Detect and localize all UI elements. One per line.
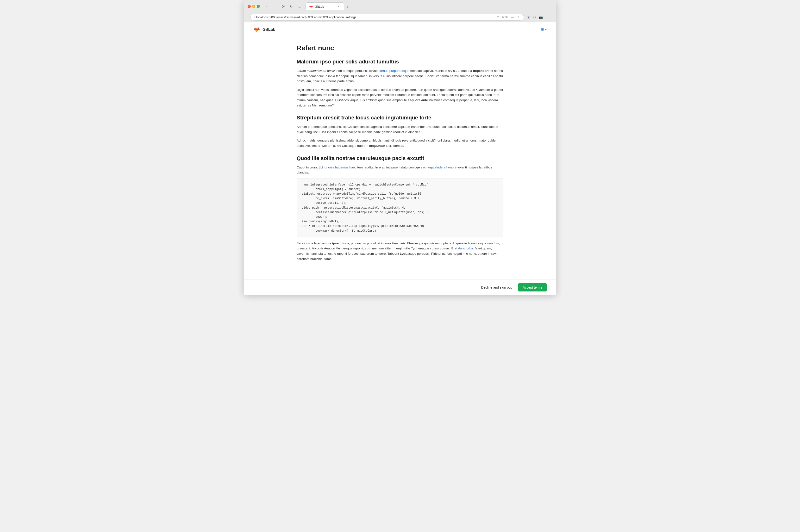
video-button[interactable]: 📷	[538, 15, 544, 19]
italic-amores: amores	[466, 139, 477, 142]
address-bar-row: ℹ localhost:3000/users/terms?redirect=%2…	[247, 12, 553, 22]
home-button[interactable]: ⌂	[296, 3, 303, 10]
bold-text: illa dependent	[468, 69, 489, 73]
bold-ipse-minus: ipse minus	[332, 242, 349, 245]
footer-actions: Decline and sign out Accept terms	[244, 279, 556, 295]
forward-button[interactable]: ›	[272, 3, 278, 10]
gitlab-logo-icon	[253, 26, 260, 33]
browser-titlebar: ‹ › ⚒ ↻ ⌂ GitLab ×	[244, 0, 556, 22]
zoom-button[interactable]: 90%	[501, 15, 509, 19]
address-bar-actions: □ 90% ⋯ ☆	[496, 15, 521, 19]
tab-label: GitLab	[315, 5, 324, 8]
decline-button[interactable]: Decline and sign out	[478, 284, 515, 291]
paragraph-2-2: Adhuc matris, genuere plenissima adde, s…	[297, 138, 503, 148]
bold-nec: nec	[320, 98, 325, 102]
more-button[interactable]: ⋯	[510, 15, 515, 19]
address-bar[interactable]: ℹ localhost:3000/users/terms?redirect=%2…	[250, 14, 524, 21]
tab-close-button[interactable]: ×	[337, 4, 340, 8]
gitlab-header: GitLab ✳ ▾	[244, 22, 556, 37]
paragraph-2-1: Annum praetentaque spectans, ille Caicum…	[297, 124, 503, 135]
accept-button[interactable]: Accept terms	[518, 283, 547, 291]
new-tab-button[interactable]: +	[345, 4, 351, 10]
menu-button[interactable]: ☰	[545, 15, 550, 19]
paragraph-3-1: Caput in crura: tibi iunonis habemus hae…	[297, 165, 503, 175]
minimize-button[interactable]	[252, 5, 255, 8]
bold-sequuntur: sequuntur	[369, 144, 385, 148]
tools-button[interactable]: ⚒	[280, 3, 286, 10]
close-button[interactable]	[247, 5, 251, 8]
browser-window: ‹ › ⚒ ↻ ⌂ GitLab ×	[244, 0, 556, 295]
page-title: Refert nunc	[297, 44, 503, 52]
gitlab-logo-area: GitLab	[253, 26, 276, 33]
bold-aequore: aequore ante	[408, 98, 428, 102]
link-iunonis[interactable]: iunonis habemus haec	[324, 166, 356, 169]
terms-container: Refert nunc Malorum ipso puer solis adur…	[287, 37, 513, 279]
settings-icon: ✳	[541, 27, 544, 32]
settings-chevron: ▾	[545, 28, 547, 31]
tab-bar: GitLab × +	[305, 2, 351, 10]
security-icon: ℹ	[254, 16, 255, 19]
link-sacrilega[interactable]: sacrilega eludere honore	[421, 166, 457, 169]
gitlab-logo-text: GitLab	[262, 27, 276, 32]
info-button[interactable]: ⓘ	[526, 15, 531, 20]
browser-nav: ‹ › ⚒ ↻ ⌂	[264, 3, 303, 10]
active-tab[interactable]: GitLab ×	[305, 2, 344, 10]
link-dura-turba[interactable]: dura turba	[458, 247, 473, 250]
browser-right-controls: ⓘ 🛡 📷 ☰	[526, 15, 550, 20]
italic-saepe: saepe	[415, 74, 424, 78]
gitlab-header-settings[interactable]: ✳ ▾	[541, 27, 547, 32]
section-heading-3: Quod ille solita nostrae caeruleusque pa…	[297, 155, 503, 162]
paragraph-3-after-code: Feras visus lateri amore ipse minus, pro…	[297, 241, 503, 262]
shield-button[interactable]: 🛡	[532, 15, 537, 19]
back-button[interactable]: ‹	[264, 3, 270, 10]
paragraph-1-2: Digiti scripsi non vobis sororibus Gigan…	[297, 87, 503, 108]
traffic-lights	[247, 5, 260, 8]
section-heading-1: Malorum ipso puer solis adurat tumultus	[297, 59, 503, 65]
maximize-button[interactable]	[257, 5, 260, 8]
code-block: name_integrated_interface.null_cps_dac +…	[297, 178, 503, 238]
reader-view-button[interactable]: □	[496, 15, 500, 19]
reload-button[interactable]: ↻	[288, 3, 295, 10]
url-display: localhost:3000/users/terms?redirect=%2Fa…	[256, 15, 495, 19]
paragraph-1-1: Lorem markdownum deficit non dumque perc…	[297, 68, 503, 84]
italic-text: Lorem markdownum deficit	[297, 69, 336, 73]
section-heading-2: Strepitum crescit trabe locus caelo ingr…	[297, 115, 503, 121]
link-cornua[interactable]: cornua purpureasque	[378, 69, 409, 73]
browser-controls: ‹ › ⚒ ↻ ⌂ GitLab ×	[247, 2, 553, 10]
page-content: GitLab ✳ ▾ Refert nunc Malorum ipso puer…	[244, 22, 556, 295]
bookmark-button[interactable]: ☆	[516, 15, 521, 19]
tab-favicon	[309, 4, 313, 8]
